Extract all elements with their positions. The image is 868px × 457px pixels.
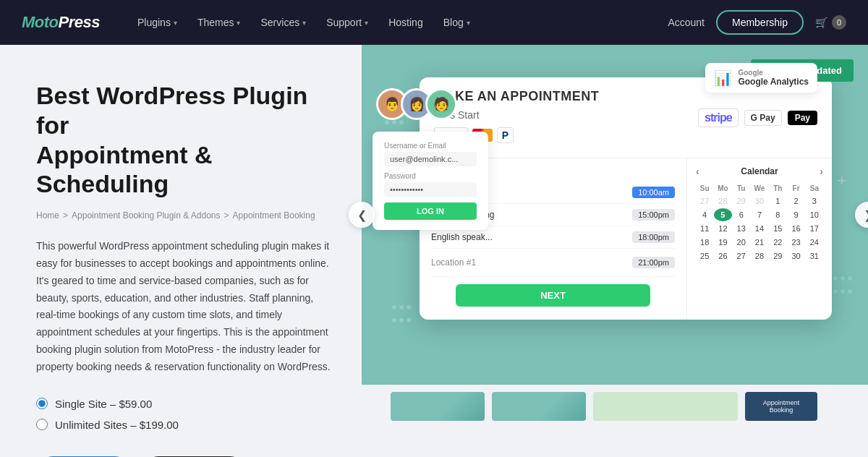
pricing-option-single[interactable]: Single Site – $59.00 [36,398,333,410]
cal-day-21[interactable]: 21 [751,236,768,249]
main-content: Best WordPress Plugin for Appointment & … [0,45,868,457]
nav-services[interactable]: Services ▾ [252,11,315,34]
stripe-icon: stripe [698,108,739,127]
cal-day-28[interactable]: 28 [751,249,768,262]
cal-day-27[interactable]: 27 [733,249,750,262]
cal-day-31[interactable]: 31 [806,249,823,262]
nav-support[interactable]: Support ▾ [318,11,377,34]
services-chevron-icon: ▾ [302,19,306,27]
cal-day-7[interactable]: 7 [751,208,768,221]
support-chevron-icon: ▾ [365,19,368,27]
cal-day-10[interactable]: 10 [806,208,823,221]
nav-themes[interactable]: Themes ▾ [189,11,250,34]
ga-icon: 📊 [714,69,732,87]
service-item-4[interactable]: Location #1 21:00pm [431,249,675,277]
cal-day-30[interactable]: 30 [787,249,804,262]
payment-card-row: VISA P [434,127,817,143]
cal-day-28-prev[interactable]: 28 [714,195,731,208]
cal-day-3[interactable]: 3 [806,195,823,208]
pricing-radio-unlimited[interactable] [36,419,48,430]
calendar-title: Calendar [741,166,778,176]
cal-day-27-prev[interactable]: 27 [696,195,713,208]
cal-day-20[interactable]: 20 [733,236,750,249]
google-analytics-badge: 📊 Google Google Analytics [705,63,817,93]
thumb-2[interactable] [492,392,586,421]
cal-day-24[interactable]: 24 [806,236,823,249]
password-label: Password [384,172,477,180]
cal-day-11[interactable]: 11 [696,222,713,235]
cal-header-su: Su [696,183,713,194]
cal-day-4[interactable]: 4 [696,208,713,221]
cal-day-8[interactable]: 8 [769,208,786,221]
cal-day-29[interactable]: 29 [769,249,786,262]
cal-day-15[interactable]: 15 [769,222,786,235]
cal-day-13[interactable]: 13 [733,222,750,235]
avatars-row: 👨 👩 🧑 [376,88,450,120]
login-button[interactable]: LOG IN [384,202,477,220]
product-description: This powerful WordPress appointment sche… [36,238,333,375]
next-arrow-icon: ❯ [864,208,869,222]
decorative-dots-bottom-right [832,272,854,298]
cal-day-17[interactable]: 17 [806,222,823,235]
cal-day-22[interactable]: 22 [769,236,786,249]
calendar-next-icon[interactable]: › [820,166,823,177]
cal-header-mo: Mo [714,183,731,194]
calendar-grid: Su Mo Tu We Th Fr Sa 27 28 29 [696,183,823,262]
payment-icons: stripe G Pay Pay [698,108,817,127]
pricing-option-unlimited[interactable]: Unlimited Sites – $199.00 [36,419,333,431]
cal-header-sa: Sa [806,183,823,194]
cal-day-30-prev[interactable]: 30 [751,195,768,208]
cal-day-5-today[interactable]: 5 [714,208,731,221]
password-value: •••••••••••• [384,182,477,197]
cal-header-th: Th [769,183,786,194]
decorative-dots-bottom-left [391,301,412,327]
cal-day-19[interactable]: 19 [714,236,731,249]
nav-hosting[interactable]: Hosting [380,11,431,34]
cal-day-9[interactable]: 9 [787,208,804,221]
pricing-radio-single[interactable] [36,398,48,409]
cal-day-29-prev[interactable]: 29 [733,195,750,208]
nav-blog[interactable]: Blog ▾ [435,11,479,34]
bottom-thumbnails: AppointmentBooking [362,385,868,428]
cal-day-25[interactable]: 25 [696,249,713,262]
cal-day-26[interactable]: 26 [714,249,731,262]
right-panel: Recently Updated 👨 👩 [362,45,868,385]
username-value: user@demolink.c... [384,152,477,166]
nav-links: Plugins ▾ Themes ▾ Services ▾ Support ▾ … [129,11,668,34]
thumb-3[interactable] [593,392,738,421]
thumb-4[interactable]: AppointmentBooking [745,392,817,421]
membership-button[interactable]: Membership [716,10,804,35]
cal-day-2[interactable]: 2 [787,195,804,208]
cal-day-16[interactable]: 16 [787,222,804,235]
slider-container: ❮ Recently Updated [362,45,868,385]
paypal-icon: P [497,127,514,143]
cal-day-1[interactable]: 1 [769,195,786,208]
login-card: Username or Email user@demolink.c... Pas… [373,132,488,230]
gpay-icon: G Pay [744,110,782,126]
cal-day-23[interactable]: 23 [787,236,804,249]
breadcrumb-home[interactable]: Home [36,210,59,221]
logo-moto: Moto [22,13,59,31]
cal-day-6[interactable]: 6 [733,208,750,221]
next-button[interactable]: NEXT [456,284,651,307]
applepay-icon: Pay [788,111,817,125]
breadcrumb-sep2: > [224,210,229,221]
breadcrumb-middle[interactable]: Appointment Booking Plugin & Addons [72,210,220,221]
cal-header-we: We [751,183,768,194]
cart-icon[interactable]: 🛒 0 [815,15,846,30]
cal-day-12[interactable]: 12 [714,222,731,235]
calendar-prev-icon[interactable]: ‹ [696,166,699,177]
cal-header-tu: Tu [733,183,750,194]
slider-prev-button[interactable]: ❮ [349,202,375,228]
account-link[interactable]: Account [668,17,705,28]
nav-right: Account Membership 🛒 0 [668,10,846,35]
nav-plugins[interactable]: Plugins ▾ [129,11,186,34]
cal-day-14[interactable]: 14 [751,222,768,235]
thumb-1[interactable] [391,392,485,421]
cal-day-18[interactable]: 18 [696,236,713,249]
breadcrumb-sep1: > [63,210,68,221]
cart-count-badge: 0 [832,15,846,30]
site-logo[interactable]: MotoPress [22,13,100,32]
calendar-panel: ‹ Calendar › Su Mo Tu We Th Fr [687,158,832,320]
navbar: MotoPress Plugins ▾ Themes ▾ Services ▾ … [0,0,868,45]
